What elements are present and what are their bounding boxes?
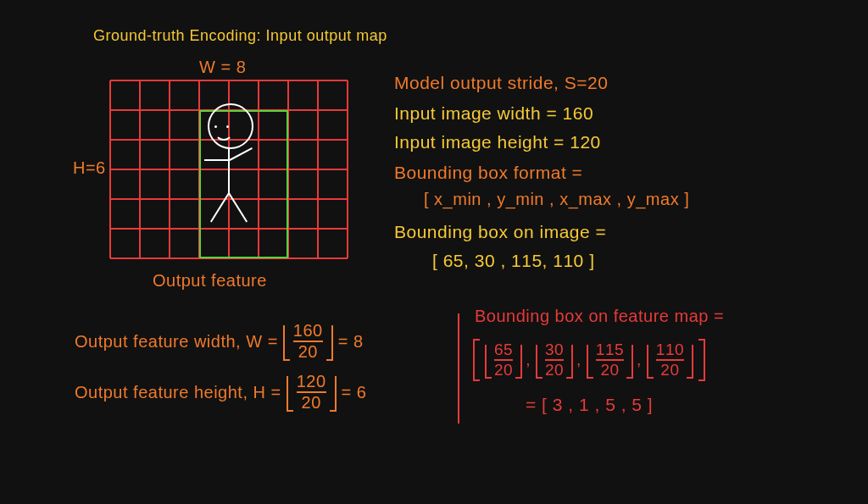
divider-line — [458, 313, 459, 424]
bbox-image-value: [ 65, 30 , 115, 110 ] — [432, 251, 594, 271]
bbox-featmap-expr: 65 20 , 30 20 , 115 20 , 110 20 — [473, 339, 705, 381]
stride-text: Model output stride, S=20 — [394, 73, 608, 93]
fm-term-2-num: 115 — [596, 341, 624, 359]
out-height-eq: Output feature height, H = 120 20 = 6 — [75, 373, 366, 412]
title: Ground-truth Encoding: Input output map — [93, 27, 387, 45]
bbox-featmap-label: Bounding box on feature map = — [475, 307, 724, 326]
out-width-result: = 8 — [338, 332, 364, 352]
out-height-label: Output feature height, H = — [75, 383, 281, 402]
out-width-num: 160 — [293, 322, 323, 341]
out-width-den: 20 — [293, 341, 323, 361]
grid-w-label: W = 8 — [199, 58, 246, 77]
input-height-text: Input image height = 120 — [394, 132, 601, 152]
out-width-eq: Output feature width, W = 160 20 = 8 — [75, 322, 364, 361]
out-height-den: 20 — [297, 391, 326, 412]
out-height-num: 120 — [297, 373, 326, 391]
stick-figure — [199, 110, 259, 229]
fm-term-2-den: 20 — [596, 359, 624, 379]
out-height-result: = 6 — [342, 383, 367, 402]
fm-term-3-den: 20 — [656, 359, 684, 379]
input-width-text: Input image width = 160 — [394, 103, 593, 124]
bbox-featmap-result: = [ 3 , 1 , 5 , 5 ] — [526, 395, 653, 415]
fm-term-3-num: 110 — [656, 341, 684, 359]
out-width-label: Output feature width, W = — [75, 332, 278, 352]
grid-caption: Output feature — [153, 271, 267, 291]
bbox-image-label: Bounding box on image = — [394, 222, 606, 242]
fm-term-1-den: 20 — [545, 359, 564, 379]
fm-term-0-num: 65 — [494, 341, 513, 359]
bbox-format-label: Bounding box format = — [394, 163, 582, 183]
grid-h-label: H=6 — [73, 158, 106, 178]
fm-term-0-den: 20 — [494, 359, 513, 379]
fm-term-1-num: 30 — [545, 341, 564, 359]
bbox-format-value: [ x_min , y_min , x_max , y_max ] — [424, 190, 689, 209]
